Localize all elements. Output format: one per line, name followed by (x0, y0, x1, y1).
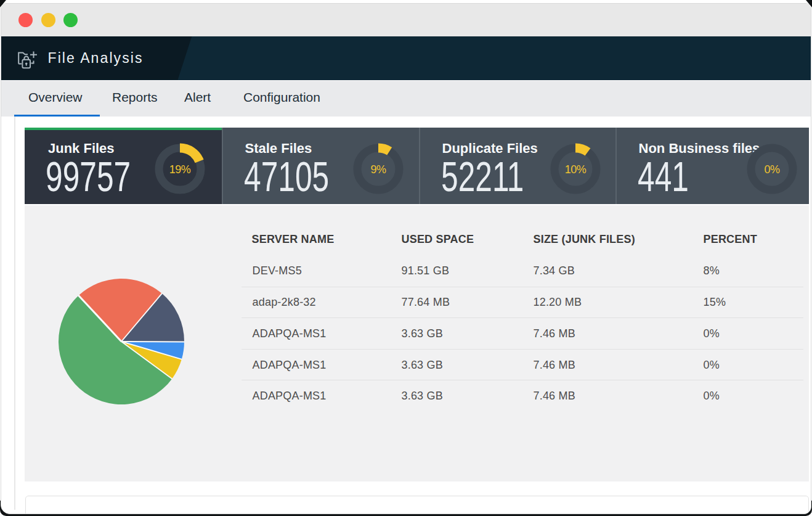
svg-text:0%: 0% (764, 163, 780, 175)
svg-text:10%: 10% (564, 163, 586, 175)
svg-text:19%: 19% (169, 163, 190, 175)
svg-text:9%: 9% (370, 163, 386, 175)
